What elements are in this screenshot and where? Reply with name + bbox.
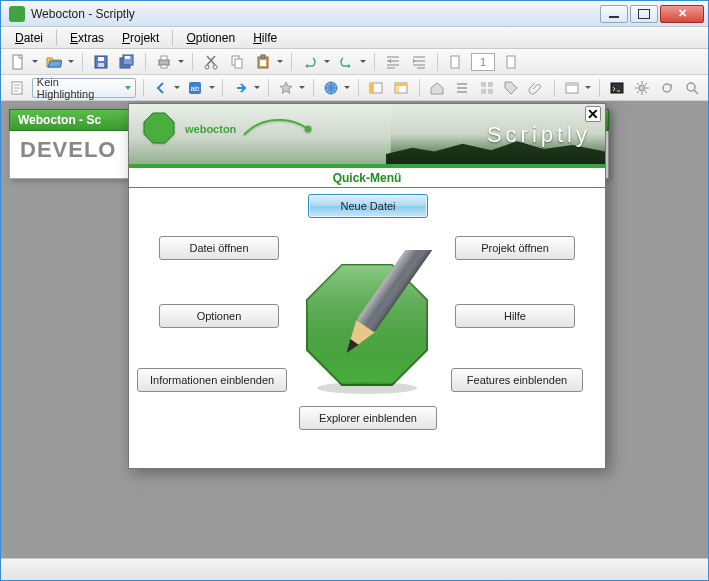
menu-datei[interactable]: Datei	[7, 29, 51, 47]
svg-rect-28	[481, 82, 486, 87]
window-icon[interactable]	[562, 77, 583, 99]
undo-icon[interactable]	[299, 51, 321, 73]
save-all-icon[interactable]	[116, 51, 138, 73]
neue-datei-button[interactable]: Neue Datei	[308, 194, 428, 218]
toolbar-separator	[374, 53, 375, 71]
undo-dropdown[interactable]	[323, 60, 331, 63]
maximize-button[interactable]	[630, 5, 658, 23]
panel-grid-icon[interactable]	[391, 77, 412, 99]
print-dropdown[interactable]	[177, 60, 185, 63]
paste-icon[interactable]	[252, 51, 274, 73]
svg-rect-8	[161, 56, 167, 60]
titlebar: Webocton - Scriptly ✕	[1, 1, 708, 27]
banner-swoosh-icon	[242, 119, 312, 137]
quick-menu-dialog: webocton Scriptly ✕ Quick-Menü Neue Date…	[128, 103, 606, 469]
menu-separator	[56, 30, 57, 46]
svg-rect-9	[161, 65, 167, 68]
toolbar-separator	[437, 53, 438, 71]
svg-point-36	[687, 83, 695, 91]
octagon-icon	[141, 110, 177, 146]
favorite-dropdown[interactable]	[298, 86, 306, 89]
svg-rect-33	[566, 83, 578, 86]
toolbar-separator	[192, 53, 193, 71]
open-file-dropdown[interactable]	[67, 60, 75, 63]
attach-icon[interactable]	[526, 77, 547, 99]
back-icon[interactable]	[151, 77, 172, 99]
search-icon[interactable]	[681, 77, 702, 99]
svg-rect-30	[481, 89, 486, 94]
doc-icon[interactable]	[7, 77, 28, 99]
datei-oeffnen-button[interactable]: Datei öffnen	[159, 236, 279, 260]
svg-point-38	[305, 126, 312, 133]
window-dropdown[interactable]	[584, 86, 592, 89]
toolbar-separator	[82, 53, 83, 71]
cut-icon[interactable]	[200, 51, 222, 73]
indent-out-icon[interactable]	[382, 51, 404, 73]
statusbar	[1, 558, 708, 580]
globe-icon[interactable]	[321, 77, 342, 99]
menu-hilfe[interactable]: Hilfe	[245, 29, 285, 47]
toolbar-separator	[313, 79, 314, 97]
list-icon[interactable]	[451, 77, 472, 99]
svg-point-10	[205, 65, 209, 69]
window-controls: ✕	[598, 5, 704, 23]
refresh-icon[interactable]	[656, 77, 677, 99]
tag-icon[interactable]	[501, 77, 522, 99]
svg-rect-31	[488, 89, 493, 94]
toolbar-main: 1	[1, 49, 708, 75]
highlighting-combo[interactable]: Kein Highlighting	[32, 78, 136, 98]
app-badge-dropdown[interactable]	[208, 86, 216, 89]
gear-icon[interactable]	[632, 77, 653, 99]
home-icon[interactable]	[427, 77, 448, 99]
page-number-box[interactable]: 1	[471, 53, 495, 71]
informationen-einblenden-button[interactable]: Informationen einblenden	[137, 368, 287, 392]
projekt-oeffnen-button[interactable]: Projekt öffnen	[455, 236, 575, 260]
toolbar-separator	[358, 79, 359, 97]
menu-optionen[interactable]: Optionen	[178, 29, 243, 47]
save-icon[interactable]	[90, 51, 112, 73]
minimize-button[interactable]	[600, 5, 628, 23]
client-area: Webocton - Sc DEVELO n.de webocton Scrip…	[1, 101, 708, 558]
back-dropdown[interactable]	[174, 86, 182, 89]
forward-dropdown[interactable]	[253, 86, 261, 89]
dialog-close-button[interactable]: ✕	[585, 106, 601, 122]
panel-left-icon[interactable]	[366, 77, 387, 99]
svg-rect-29	[488, 82, 493, 87]
window-close-button[interactable]: ✕	[660, 5, 704, 23]
forward-icon[interactable]	[230, 77, 251, 99]
menu-extras[interactable]: Extras	[62, 29, 112, 47]
highlighting-combo-label: Kein Highlighting	[37, 76, 119, 100]
window-title: Webocton - Scriptly	[31, 7, 598, 21]
toolbar-separator	[222, 79, 223, 97]
redo-icon[interactable]	[335, 51, 357, 73]
open-file-icon[interactable]	[43, 51, 65, 73]
optionen-button[interactable]: Optionen	[159, 304, 279, 328]
redo-dropdown[interactable]	[359, 60, 367, 63]
svg-rect-7	[159, 60, 169, 65]
new-file-dropdown[interactable]	[31, 60, 39, 63]
new-file-icon[interactable]	[7, 51, 29, 73]
toolbar-secondary: Kein Highlighting ab	[1, 75, 708, 101]
paste-dropdown[interactable]	[276, 60, 284, 63]
banner-logo: webocton	[141, 110, 312, 146]
page-prev-icon[interactable]	[445, 51, 467, 73]
hilfe-button[interactable]: Hilfe	[455, 304, 575, 328]
svg-marker-37	[144, 113, 174, 143]
print-icon[interactable]	[153, 51, 175, 73]
dialog-center-graphic	[292, 250, 442, 400]
svg-rect-16	[260, 60, 266, 66]
features-einblenden-button[interactable]: Features einblenden	[451, 368, 583, 392]
favorite-icon[interactable]	[276, 77, 297, 99]
copy-icon[interactable]	[226, 51, 248, 73]
svg-rect-0	[13, 55, 22, 69]
terminal-icon[interactable]	[607, 77, 628, 99]
app-badge-icon[interactable]: ab	[185, 77, 206, 99]
globe-dropdown[interactable]	[344, 86, 352, 89]
indent-in-icon[interactable]	[408, 51, 430, 73]
dialog-body: Neue Datei Datei öffnen Projekt öffnen O…	[129, 188, 605, 468]
page-next-icon[interactable]	[499, 51, 521, 73]
svg-rect-24	[370, 83, 374, 93]
grid-icon[interactable]	[476, 77, 497, 99]
explorer-einblenden-button[interactable]: Explorer einblenden	[299, 406, 437, 430]
menu-projekt[interactable]: Projekt	[114, 29, 167, 47]
